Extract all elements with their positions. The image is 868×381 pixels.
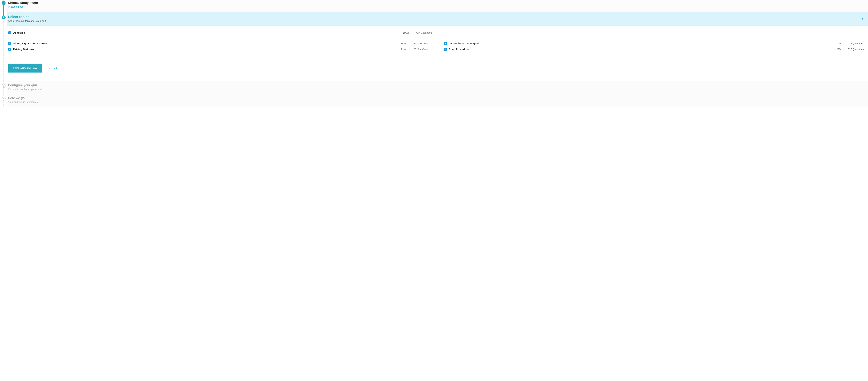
step-2-marker: 2 [2,15,5,19]
topic-percent: 34% [394,42,406,45]
step-4: 4 Here we go! Your quiz setup is complet… [7,94,868,106]
step-1-title: Choose study mode [8,1,38,5]
step-1-titles: Choose study mode Practice mode [8,1,38,8]
step-1-header[interactable]: Choose study mode Practice mode [7,0,868,12]
topic-questions: 128 Questions [406,48,428,51]
topic-questions: 265 Questions [406,42,428,45]
step-2-titles: Select topics Add or remove topics for y… [8,15,46,22]
all-topics-percent: 100% [397,31,409,34]
topic-row-instructional: Instructional Techniques 10% 79 Question… [444,41,864,46]
topic-percent: 39% [829,48,841,51]
step-3-subtitle: It's time to configure your quiz! [8,88,864,91]
all-topics-questions: 779 Questions [409,31,432,34]
all-topics-row: All topics 100% 779 Questions [8,29,432,38]
step-2-number: 2 [3,16,4,19]
chevron-right-icon [861,18,864,21]
step-3-number: 3 [3,85,4,87]
topic-row-law: Driving Test Law 16% 128 Questions [8,46,428,52]
topic-label: Driving Test Law [13,48,394,51]
step-2-title: Select topics [8,15,46,19]
step-4-number: 4 [3,97,4,100]
step-3-title: Configure your quiz [8,84,864,87]
step-4-title: Here we go! [8,96,864,100]
all-topics-checkbox[interactable] [8,31,11,34]
topic-questions: 79 Questions [841,42,864,45]
topic-row-road: Road Procedure 39% 307 Questions [444,46,864,52]
topic-label: Road Procedure [449,48,829,51]
step-1-marker [2,1,5,5]
topic-label: Signs, Signals and Controls [13,42,394,45]
topic-percent: 16% [394,48,406,51]
save-and-follow-button[interactable]: SAVE AND FOLLOW [8,64,42,72]
check-icon [3,2,5,4]
quiz-setup-wizard: Choose study mode Practice mode 2 Select… [0,0,868,106]
step-1: Choose study mode Practice mode [7,0,868,12]
step-4-header[interactable]: Here we go! Your quiz setup is complete [7,94,868,106]
topic-label: Instructional Techniques [449,42,829,45]
step-3-marker: 3 [2,84,5,88]
step-2: 2 Select topics Add or remove topics for… [7,12,868,81]
step-3: 3 Configure your quiz It's time to confi… [7,81,868,94]
topic-questions: 307 Questions [841,48,864,51]
step-4-marker: 4 [2,97,5,101]
go-back-link[interactable]: Go back [48,67,58,70]
step-4-subtitle: Your quiz setup is complete [8,101,864,103]
topic-checkbox[interactable] [8,48,11,51]
topics-grid: Signs, Signals and Controls 34% 265 Ques… [8,41,864,52]
topic-percent: 10% [829,42,841,45]
topic-checkbox[interactable] [8,42,11,45]
step-2-actions: SAVE AND FOLLOW Go back [8,64,864,72]
all-topics-label: All topics [13,31,397,34]
chevron-down-icon [861,4,864,7]
topic-row-signs: Signs, Signals and Controls 34% 265 Ques… [8,41,428,46]
step-2-body: All topics 100% 779 Questions Signs, Sig… [7,26,868,81]
topic-checkbox[interactable] [444,42,447,45]
step-1-subtitle: Practice mode [8,5,38,8]
step-2-subtitle: Add or remove topics for your quiz [8,20,46,22]
step-3-header[interactable]: Configure your quiz It's time to configu… [7,81,868,94]
topic-checkbox[interactable] [444,48,447,51]
step-2-header[interactable]: Select topics Add or remove topics for y… [7,12,868,26]
